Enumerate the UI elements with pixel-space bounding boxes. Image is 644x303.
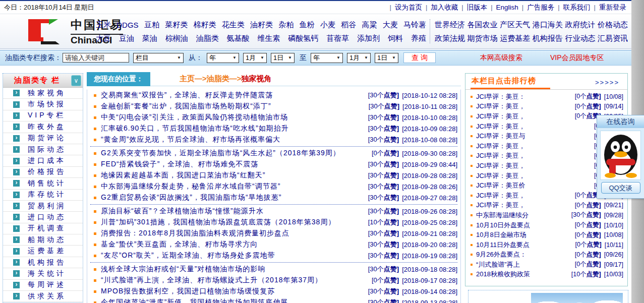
sidebar-item[interactable]: › 进口动态 — [3, 212, 83, 223]
ranking-link[interactable]: JCI早评：美豆， — [476, 151, 594, 160]
sidebar-item[interactable]: › 期货评论 — [3, 133, 83, 144]
sidebar-item[interactable]: › 机构报告 — [3, 257, 83, 268]
sidebar-item[interactable]: › 开机调查 — [3, 223, 83, 234]
nav-link[interactable]: 豆粕 — [144, 20, 159, 30]
article-link[interactable]: G2关系突变节奏加快，近期全球油脂市场“风生水起”（2018年第39周） — [101, 149, 368, 158]
ranking-link[interactable]: 10月8日金融市场 — [476, 230, 575, 239]
article-link[interactable]: 基金“蛰伏”美豆盘面，全球油、籽市场寻求方向 — [101, 240, 364, 249]
article-link[interactable]: 中东部海温继续分裂走势，秘鲁沿岸水域自带“调节器” — [101, 182, 364, 191]
sidebar-item[interactable]: › 供求关系 — [3, 291, 83, 302]
breadcrumb-category-link[interactable]: 油脂类 — [207, 74, 229, 83]
sidebar-item[interactable]: › 昨夜外盘 — [3, 122, 83, 133]
from-year-select[interactable]: 年 ▼ — [207, 53, 239, 63]
article-link[interactable]: “友尽”OR“取关”，近期全球油、籽市场身处多震地带 — [101, 251, 364, 260]
nav-link[interactable]: 运费基差 — [500, 34, 530, 43]
nav-link[interactable]: 氨基酸 — [227, 34, 250, 43]
from-day-select[interactable]: 1日 ▼ — [271, 53, 295, 63]
sidebar-item[interactable]: › 库存统计 — [3, 190, 83, 201]
to-month-select[interactable]: 1月 ▼ — [347, 53, 371, 63]
sidebar-item[interactable]: › 销售统计 — [3, 178, 83, 189]
nav-link[interactable]: 棕榈油 — [165, 34, 188, 43]
search-input[interactable] — [63, 53, 129, 63]
nav-link[interactable]: 维生素 — [257, 34, 280, 43]
to-day-select[interactable]: 1日 ▼ — [375, 53, 398, 63]
nav-link[interactable]: 稻谷 — [341, 20, 356, 30]
nav-link[interactable]: 豆油 — [119, 34, 134, 43]
article-link[interactable]: 交易商聚焦“双报告”，全球油、籽反弹走势伴随震荡 — [101, 91, 364, 100]
article-link[interactable]: MPOB报告数据利空，我国进口植物油市场缓慢复苏 — [101, 287, 364, 296]
sidebar-item[interactable]: › 独家视角 — [3, 88, 83, 99]
nav-link[interactable]: 价格动态 — [598, 20, 628, 30]
sidebar-item[interactable]: › VIP专栏 — [3, 110, 83, 122]
topbar-link[interactable]: 加入收藏 — [431, 3, 458, 12]
ranking-link[interactable]: 中东部海温继续分 — [476, 211, 571, 220]
nav-link[interactable]: 期货市场 — [467, 34, 498, 43]
ranking-link[interactable]: JCI早评：美豆， — [476, 171, 594, 180]
ad-banner-image[interactable] — [531, 293, 623, 303]
sidebar-item[interactable]: › 国际动态 — [3, 144, 83, 155]
nav-link[interactable]: DDGS — [116, 21, 138, 29]
nav-link[interactable]: 小麦 — [320, 20, 335, 30]
nav-link[interactable]: 政府统计 — [565, 20, 595, 30]
nav-link[interactable]: 杂粕 — [278, 20, 294, 30]
ranking-link[interactable]: JCI早评：美豆： — [476, 92, 575, 101]
from-month-select[interactable]: 1月 ▼ — [243, 53, 267, 63]
article-link[interactable]: 中美“闪电会谈”引关注，政策面风险仍将搅动植物油市场 — [101, 113, 364, 122]
nav-link[interactable]: 汇易资讯 — [598, 34, 628, 43]
sidebar-item[interactable]: › 市场快报 — [3, 99, 83, 110]
nav-link[interactable]: 油脂类 — [196, 34, 219, 43]
ranking-link[interactable]: 10月10日外盘要点 — [476, 221, 575, 230]
sidebar-item[interactable]: › 价格报告 — [3, 167, 83, 178]
ranking-link[interactable]: JCI早评：美豆， — [476, 161, 594, 170]
ranking-link[interactable]: JCI早评：美豆价 — [476, 181, 594, 190]
nav-link[interactable]: 玉米 — [96, 20, 111, 30]
article-link[interactable]: G2重启贸易会谈“因故搁浅”，我国油脂市场“旱地拔葱” — [101, 193, 364, 202]
topbar-link[interactable]: 广告服务 — [527, 3, 554, 12]
nav-link[interactable]: 油籽类 — [250, 20, 273, 30]
nav-link[interactable]: 马铃薯 — [403, 20, 426, 30]
article-link[interactable]: 今年国储菜油“泄库”新值，我国植物油市场如期筑底伸展 — [101, 298, 364, 303]
article-link[interactable]: 汇率破6.90关口，节后我国植物油市场“吃水线”如期抬升 — [101, 124, 364, 133]
topbar-link[interactable]: 旧版本 — [467, 3, 488, 12]
vip-zone-link[interactable]: VIP会员园地专区 — [550, 53, 604, 63]
ranking-more-link[interactable]: >>>>> — [595, 79, 619, 89]
topbar-link[interactable]: English — [496, 4, 518, 11]
qq-chat-button[interactable]: QQ交谈 — [601, 182, 640, 194]
nav-link[interactable]: 棉籽类 — [193, 20, 216, 30]
nav-link[interactable]: 菜油 — [142, 34, 157, 43]
nav-link[interactable]: 菜籽类 — [165, 20, 188, 30]
nav-link[interactable]: 港口海关 — [533, 20, 563, 30]
ranking-link[interactable]: JCI早评：美豆与 — [476, 132, 594, 141]
nav-link[interactable]: 产区天气 — [500, 20, 530, 30]
article-link[interactable]: 浅析全球大宗油籽或创“天量”对植物油市场的影响 — [101, 265, 364, 274]
topbar-link[interactable]: 设为首页 — [395, 3, 422, 12]
nav-link[interactable]: 高粱 — [362, 20, 377, 30]
nav-link[interactable]: 添加剂 — [357, 34, 380, 43]
nav-link[interactable]: 世界经济 — [435, 20, 465, 30]
ranking-link[interactable]: JCI早评：美豆， — [476, 122, 594, 131]
ranking-link[interactable]: JCI早评：美豆， — [476, 201, 575, 210]
article-link[interactable]: 消费报告：2018年8月我国油脂油料表观消费量初步盘点 — [101, 229, 364, 238]
nav-link[interactable]: 大麦 — [383, 20, 398, 30]
sidebar-item[interactable]: › 贸易利润 — [3, 201, 83, 212]
article-link[interactable]: 金融创新“套餐”出炉，我国油脂市场热盼期权“添丁” — [101, 102, 365, 111]
ranking-link[interactable]: 10月11日外盘要点 — [476, 240, 575, 250]
ranking-link[interactable]: JCI早评：美豆， — [476, 112, 575, 121]
nav-link[interactable]: 政策法规 — [435, 34, 465, 43]
ranking-link[interactable]: JCI早评：美豆， — [476, 142, 594, 151]
article-link[interactable]: “黄金周”效应兑现，节后全球油、籽市场再张概率偏大 — [101, 135, 364, 144]
nav-link[interactable]: 大豆 — [96, 34, 111, 43]
ranking-link[interactable]: 9月26外盘要点： — [476, 250, 575, 259]
search-button[interactable]: 查 询 — [403, 52, 436, 63]
sidebar-item[interactable]: › 进口成本 — [3, 155, 83, 166]
topbar-link[interactable]: 重新登录 — [599, 3, 626, 12]
ranking-link[interactable]: 2018秋粮收购政策 — [476, 270, 571, 279]
article-link[interactable]: 川普“加码”301措施，我国植物油市场跟盘筑底震荡（2018年第38周） — [101, 218, 364, 227]
sidebar-item[interactable]: › 海关统计 — [3, 268, 83, 279]
sidebar-item[interactable]: › 每周评述 — [3, 280, 83, 291]
nav-link[interactable]: 磷酸氢钙 — [288, 34, 318, 43]
nav-link[interactable]: 各国农业 — [467, 20, 498, 30]
sidebar-item[interactable]: › 运费基差 — [3, 246, 83, 257]
advanced-search-link[interactable]: 本网高级搜索 — [480, 53, 522, 63]
nav-link[interactable]: 养殖 — [411, 34, 426, 43]
